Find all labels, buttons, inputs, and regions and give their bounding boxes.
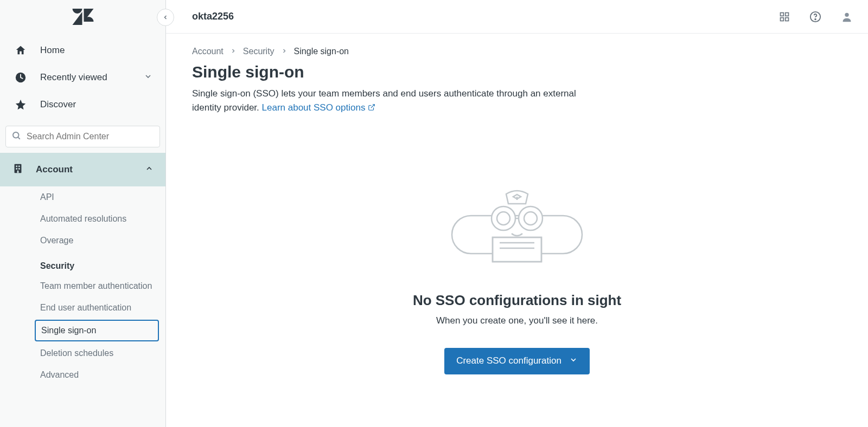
breadcrumb: Account Security Single sign-on [192, 47, 842, 56]
page-description: Single sign-on (SSO) lets your team memb… [192, 87, 604, 115]
subnav-item-end-user-auth[interactable]: End user authentication [0, 297, 165, 319]
building-icon [12, 163, 24, 177]
star-icon [13, 99, 28, 111]
apps-grid-icon[interactable] [779, 11, 790, 22]
svg-rect-8 [17, 171, 19, 173]
svg-rect-10 [786, 12, 789, 16]
svg-rect-4 [16, 166, 17, 167]
search-icon [11, 131, 21, 143]
svg-point-23 [519, 206, 542, 230]
nav-discover-label: Discover [40, 99, 76, 110]
nav-recent-label: Recently viewed [40, 72, 107, 83]
page-title: Single sign-on [192, 63, 842, 81]
cta-label: Create SSO configuration [456, 355, 561, 366]
svg-line-16 [371, 105, 374, 108]
profile-icon[interactable] [841, 11, 853, 23]
content: Account Security Single sign-on Single s… [166, 34, 868, 387]
svg-line-2 [18, 137, 20, 139]
page-desc-text: Single sign-on (SSO) lets your team memb… [192, 88, 576, 113]
nav-home-label: Home [40, 45, 65, 56]
svg-point-15 [845, 12, 848, 16]
subnav-item-deletion-schedules[interactable]: Deletion schedules [0, 342, 165, 364]
svg-point-14 [815, 18, 816, 20]
help-icon[interactable] [809, 11, 821, 23]
clock-icon [13, 72, 28, 83]
main: okta2256 Account Security Single sign-o [166, 0, 868, 427]
nav-home[interactable]: Home [0, 37, 165, 64]
chevron-right-icon [281, 47, 288, 56]
svg-point-1 [13, 132, 19, 138]
subnav-item-overage[interactable]: Overage [0, 230, 165, 251]
subnav-item-sso[interactable]: Single sign-on [35, 320, 159, 341]
section-account-title: Account [36, 164, 73, 175]
svg-rect-6 [16, 168, 17, 170]
breadcrumb-account[interactable]: Account [192, 47, 224, 56]
breadcrumb-current: Single sign-on [294, 47, 349, 56]
empty-subtext: When you create one, you'll see it here. [436, 315, 598, 326]
home-icon [13, 44, 28, 56]
subnav-item-advanced[interactable]: Advanced [0, 364, 165, 386]
workspace-name: okta2256 [192, 11, 234, 22]
search-admin-center[interactable] [5, 126, 160, 147]
svg-rect-11 [781, 17, 784, 21]
chevron-up-icon [145, 164, 154, 175]
search-input[interactable] [27, 132, 154, 141]
topbar: okta2256 [166, 0, 868, 34]
svg-rect-5 [18, 166, 20, 167]
empty-state: No SSO configurations in sight When you … [192, 186, 842, 374]
svg-rect-7 [18, 168, 20, 170]
nav-recently-viewed[interactable]: Recently viewed [0, 64, 165, 91]
zendesk-logo-icon [72, 9, 94, 25]
breadcrumb-security[interactable]: Security [243, 47, 275, 56]
chevron-right-icon [230, 47, 237, 56]
create-sso-configuration-button[interactable]: Create SSO configuration [444, 348, 590, 374]
svg-point-22 [492, 206, 515, 230]
empty-heading: No SSO configurations in sight [413, 292, 621, 309]
svg-rect-9 [781, 12, 784, 16]
nav-discover[interactable]: Discover [0, 91, 165, 118]
sidebar-section-account[interactable]: Account [0, 153, 165, 186]
collapse-sidebar-button[interactable] [157, 9, 174, 26]
svg-rect-12 [786, 17, 789, 21]
subnav-item-api[interactable]: API [0, 186, 165, 208]
learn-sso-link[interactable]: Learn about SSO options [262, 102, 376, 113]
nav-primary: Home Recently viewed Discover [0, 34, 165, 118]
subnav-item-automated-resolutions[interactable]: Automated resolutions [0, 208, 165, 230]
sidebar-subnav: Storage API Automated resolutions Overag… [0, 186, 165, 397]
subnav-item-team-auth[interactable]: Team member authentication [0, 275, 165, 297]
chevron-down-icon [144, 72, 152, 83]
sidebar: Home Recently viewed Discover [0, 0, 166, 427]
logo-row [0, 0, 165, 34]
subnav-group-security: Security [0, 251, 165, 275]
svg-rect-18 [493, 237, 541, 262]
chevron-down-icon [569, 355, 578, 367]
empty-illustration-icon [441, 186, 593, 273]
